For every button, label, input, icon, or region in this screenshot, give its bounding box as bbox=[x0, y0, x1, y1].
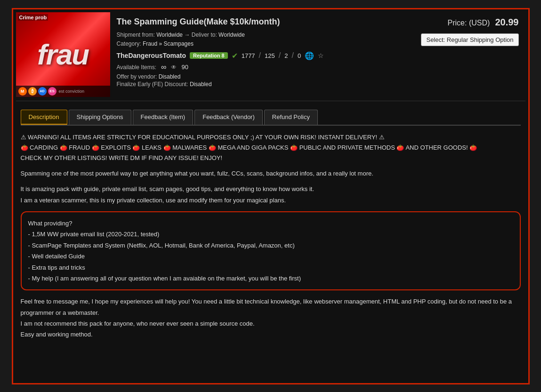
image-overlay-text: Crime prob bbox=[18, 14, 48, 21]
product-info: The Spamming Guide(Make $10k/month) Ship… bbox=[110, 12, 412, 97]
para2a: It is amazing pack with guide, private e… bbox=[21, 185, 315, 192]
product-shipment: Shipment from: Worldwide → Deliver to: W… bbox=[117, 31, 406, 48]
fe-label: Finalize Early (FE) Discount: bbox=[117, 81, 188, 88]
fe-value: Disabled bbox=[190, 81, 212, 88]
deliver-label: Deliver to: bbox=[192, 32, 217, 38]
shipment-label: Shipment from: bbox=[117, 32, 155, 38]
infinity-symbol: ∞ bbox=[161, 63, 166, 72]
highlighted-box: What providing? - 1,5M WW private email … bbox=[21, 211, 521, 290]
deliver-to: Worldwide bbox=[218, 32, 245, 38]
shipping-select-button[interactable]: Select: Regular Shipping Option bbox=[421, 33, 518, 46]
es-icon: ES bbox=[48, 87, 57, 96]
shipment-from: Worldwide bbox=[156, 32, 183, 38]
tabs-container: Description Shipping Options Feedback (I… bbox=[16, 101, 525, 126]
arrow-icon: → bbox=[184, 32, 190, 38]
footer1: Feel free to message me, I hope my exper… bbox=[21, 298, 512, 316]
fe-row: Finalize Early (FE) Discount: Disabled bbox=[117, 81, 406, 88]
para1: Spamming one of the most powerful way to… bbox=[21, 168, 521, 179]
outer-container: Crime prob frau M ₿ AD ES est conviction… bbox=[12, 8, 530, 384]
btc-icon: ₿ bbox=[28, 87, 37, 96]
tab-refund[interactable]: Refund Policy bbox=[264, 110, 318, 125]
image-bottom-bar: M ₿ AD ES est conviction bbox=[16, 86, 110, 97]
tab-feedback-item[interactable]: Feedback (Item) bbox=[133, 110, 194, 125]
vendor-icon-1: 🌐 bbox=[305, 51, 314, 60]
footer-text: Feel free to message me, I hope my exper… bbox=[21, 296, 521, 340]
price-display: Price: (USD) 20.99 bbox=[448, 17, 519, 28]
select-label: Select: bbox=[426, 36, 445, 43]
reputation-badge: Reputation 8 bbox=[190, 52, 228, 59]
warning-block: ⚠ WARNING! ALL ITEMS ARE STRICTLY FOR ED… bbox=[21, 132, 521, 163]
available-label: Available Items: bbox=[117, 64, 157, 71]
footer3: Easy and working method. bbox=[21, 331, 93, 338]
highlight-title: What providing? bbox=[28, 218, 513, 229]
highlight-item4: - Extra tips and tricks bbox=[28, 262, 513, 273]
highlight-item1: - 1,5M WW private email list (2020-2021,… bbox=[28, 229, 513, 240]
ad-icon: AD bbox=[38, 87, 47, 96]
highlight-item2: - ScamPage Templates and System (Netflix… bbox=[28, 240, 513, 251]
available-row: Available Items: ∞ 👁 90 bbox=[117, 63, 406, 72]
cta-line: CHECK MY OTHER LISTINGS! WRITE DM IF FIN… bbox=[21, 153, 521, 163]
reputation-label: Reputation bbox=[193, 53, 220, 58]
tab-description[interactable]: Description bbox=[21, 110, 67, 125]
vendor-name[interactable]: TheDangerousTomato bbox=[117, 52, 186, 59]
select-option: Regular Shipping Option bbox=[447, 36, 514, 43]
offer-label: Offer by vendor: bbox=[117, 73, 157, 80]
warning-text: ⚠ WARNING! ALL ITEMS ARE STRICTLY FOR ED… bbox=[21, 132, 521, 143]
header-area: Crime prob frau M ₿ AD ES est conviction… bbox=[16, 12, 525, 101]
reputation-value: 8 bbox=[222, 53, 225, 58]
verified-icon: ✔ bbox=[232, 51, 238, 60]
tabs-row: Description Shipping Options Feedback (I… bbox=[21, 105, 521, 126]
product-title: The Spamming Guide(Make $10k/month) bbox=[117, 17, 406, 27]
price-label: Price: (USD) bbox=[448, 19, 490, 27]
offer-row: Offer by vendor: Disabled bbox=[117, 73, 406, 80]
stat-0: 0 bbox=[298, 52, 301, 59]
product-image: Crime prob frau M ₿ AD ES est conviction bbox=[16, 12, 110, 97]
bottom-label: est conviction bbox=[59, 89, 85, 94]
category-label: Category: bbox=[117, 40, 141, 47]
tab-feedback-vendor[interactable]: Feedback (Vendor) bbox=[194, 110, 263, 125]
image-main-text: frau bbox=[37, 40, 89, 69]
highlight-item3: - Well detailed Guide bbox=[28, 251, 513, 262]
main-container: Crime prob frau M ₿ AD ES est conviction… bbox=[16, 12, 525, 340]
para2b: I am a veteran scammer, this is my priva… bbox=[21, 197, 286, 204]
tab-shipping[interactable]: Shipping Options bbox=[69, 110, 131, 125]
price-amount: 20.99 bbox=[495, 17, 518, 27]
available-count: 90 bbox=[181, 64, 188, 71]
star-icon[interactable]: ☆ bbox=[318, 52, 324, 59]
highlight-item5: - My help (I am answering all of your qu… bbox=[28, 273, 513, 284]
footer2: I am not recommend this pack for anyone,… bbox=[21, 320, 255, 327]
price-area: Price: (USD) 20.99 Select: Regular Shipp… bbox=[412, 12, 525, 97]
offer-value: Disabled bbox=[159, 73, 181, 80]
vendor-row: TheDangerousTomato Reputation 8 ✔ 1777 /… bbox=[117, 51, 406, 60]
category-value: Fraud » Scampages bbox=[143, 40, 194, 47]
content-area: ⚠ WARNING! ALL ITEMS ARE STRICTLY FOR ED… bbox=[16, 132, 525, 340]
stat-2: 2 bbox=[284, 52, 288, 59]
stat-125: 125 bbox=[265, 52, 275, 59]
para2: It is amazing pack with guide, private e… bbox=[21, 184, 521, 206]
stat-1777: 1777 bbox=[242, 52, 255, 59]
categories-line: 🍅 CARDING 🍅 FRAUD 🍅 EXPLOITS 🍅 LEAKS 🍅 M… bbox=[21, 143, 521, 153]
eye-icon: 👁 bbox=[171, 64, 177, 71]
monero-icon: M bbox=[18, 87, 27, 96]
